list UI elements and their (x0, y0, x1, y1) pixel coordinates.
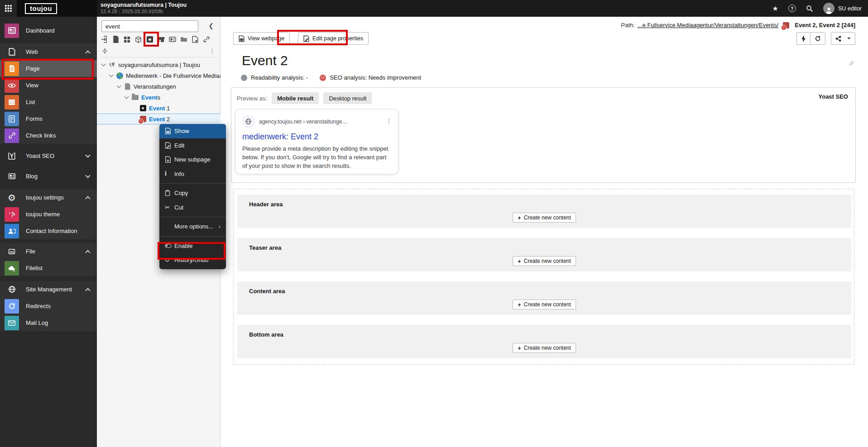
tree-node-events[interactable]: Events (97, 92, 221, 103)
bookmark-star-icon[interactable]: ★ (772, 5, 778, 13)
sidebar-item-filelist[interactable]: Filelist (0, 260, 97, 276)
node-label: Event 2 (149, 116, 170, 123)
sidebar-group-site-management: Site Management Redirects Mail Log (0, 281, 97, 331)
context-menu-item-enable[interactable]: Enable (159, 239, 226, 253)
chevron-down-icon (85, 152, 90, 157)
context-menu-item-history-undo[interactable]: ↺ History/Undo (159, 253, 226, 267)
tree-search-input[interactable] (101, 20, 198, 32)
tab-mobile-result[interactable]: Mobile result (272, 92, 319, 104)
info-icon: i (165, 170, 174, 177)
dropdown-caret-icon (847, 38, 851, 39)
sidebar-item-dashboard[interactable]: Dashboard (0, 22, 97, 39)
create-content-button[interactable]: +Create new content (513, 213, 576, 223)
reload-button[interactable] (810, 32, 825, 45)
sidebar-item-file[interactable]: File (0, 243, 97, 260)
seo-status: SEO analysis: Needs improvement (320, 74, 421, 81)
node-toggle-icon[interactable] (116, 83, 122, 90)
new-folder-icon[interactable] (180, 36, 187, 43)
globe-icon (5, 282, 19, 297)
brand-zone: toujou (17, 0, 97, 17)
sidebar-item-mail-log[interactable]: Mail Log (0, 314, 97, 331)
tree-node-event-2[interactable]: Event 2 (97, 114, 221, 124)
user-menu[interactable]: SU editor (823, 3, 862, 14)
snippet-description: Please provide a meta description by edi… (242, 145, 392, 171)
sidebar-item-contact-information[interactable]: Contact Information (0, 223, 97, 239)
context-menu-item-edit[interactable]: Edit (159, 138, 226, 153)
node-label: Event 1 (149, 105, 170, 112)
sidebar-item-list[interactable]: List (0, 94, 97, 110)
new-shop-icon[interactable] (157, 36, 165, 43)
record-title: Event 2, Event 2 [244] (795, 22, 855, 29)
context-menu-item-show[interactable]: Show (159, 124, 226, 138)
new-card-icon[interactable] (168, 36, 176, 43)
create-content-button[interactable]: +Create new content (513, 343, 576, 353)
toujou-logo[interactable]: toujou (25, 3, 57, 14)
chevron-down-icon (85, 173, 90, 178)
sidebar-item-web[interactable]: Web (0, 43, 97, 60)
context-menu-item-new-subpage[interactable]: New subpage (159, 152, 226, 167)
sidebar-item-check-links[interactable]: Check links (0, 127, 97, 144)
readability-status: Readability analysis: - (241, 74, 308, 81)
new-shortcut-icon[interactable] (123, 36, 131, 43)
tree-node-event-1[interactable]: ★ Event 1 (97, 103, 221, 114)
context-menu-item-more-options[interactable]: More options... › (159, 219, 226, 234)
snippet-title[interactable]: medienwerk: Event 2 (242, 132, 318, 142)
dashboard-icon (5, 24, 19, 38)
create-content-button[interactable]: +Create new content (513, 300, 576, 309)
sidebar-item-site-management[interactable]: Site Management (0, 281, 97, 298)
sidebar-item-toujou-settings[interactable]: ⚙ toujou settings (0, 189, 97, 206)
sidebar-item-redirects[interactable]: Redirects (0, 298, 97, 314)
toggle-expand-icon[interactable] (101, 48, 108, 54)
history-undo-icon: ↺ (165, 257, 174, 263)
context-menu-item-info[interactable]: i Info (159, 167, 226, 181)
node-toggle-icon[interactable] (101, 62, 107, 68)
sidebar-item-yoast-seo[interactable]: Yoast SEO (0, 147, 97, 164)
svg-text:★: ★ (148, 37, 152, 42)
sidebar-item-view[interactable]: View (0, 77, 97, 94)
context-menu-item-cut[interactable]: ✂ Cut (159, 200, 226, 215)
area-content: Content area +Create new content (237, 281, 851, 315)
tree-more-icon[interactable]: ⋮ (209, 48, 215, 54)
readability-dot-icon (241, 75, 247, 81)
share-button[interactable] (831, 32, 855, 45)
node-toggle-icon[interactable] (124, 94, 130, 100)
sidebar-item-forms[interactable]: Forms (0, 110, 97, 127)
chevron-up-icon (85, 250, 90, 255)
node-toggle-icon[interactable] (108, 72, 115, 79)
search-icon[interactable] (806, 5, 813, 12)
sidebar-item-blog[interactable]: Blog (0, 168, 97, 185)
copy-clipboard-icon (165, 190, 174, 196)
path-label: Path: (621, 22, 635, 29)
link-icon[interactable] (202, 36, 210, 43)
cut-scissors-icon: ✂ (165, 204, 174, 211)
tree-node-root[interactable]: soyagunsarufutsumura | Toujou (97, 59, 221, 70)
mountpoint-icon[interactable] (101, 36, 108, 43)
tree-node-medienwerk[interactable]: Medienwerk - Die Fullservice Mediaag (97, 70, 221, 81)
create-content-button[interactable]: +Create new content (513, 256, 576, 266)
sidebar-item-page[interactable]: Page (0, 60, 97, 77)
menu-divider (159, 236, 226, 237)
clear-cache-button[interactable] (796, 32, 810, 45)
app-launcher-icon[interactable] (0, 0, 17, 17)
sidebar-item-toujou-theme[interactable]: toujou theme (0, 206, 97, 223)
yoast-seo-panel: Preview as: Mobile result Desktop result… (231, 87, 856, 183)
tab-desktop-result[interactable]: Desktop result (323, 92, 372, 104)
content-area: Path: ...e Fullservice Mediaagentur/Vera… (221, 17, 868, 447)
area-header: Header area +Create new content (237, 195, 851, 228)
edit-page-properties-button[interactable]: Edit page properties (298, 32, 369, 45)
new-page-icon[interactable] (112, 36, 120, 43)
tree-node-veranstaltungen[interactable]: Veranstaltungen (97, 81, 221, 92)
fingerprint-icon (5, 207, 19, 222)
new-event-icon[interactable]: ★ (146, 36, 153, 43)
path-link[interactable]: ...e Fullservice Mediaagentur/Veranstalt… (638, 22, 778, 29)
new-storage-icon[interactable] (134, 36, 142, 43)
menu-divider (159, 217, 226, 217)
edit-title-pencil-icon[interactable]: ✎ (849, 60, 854, 68)
help-icon[interactable]: ? (788, 5, 796, 12)
context-menu-item-copy[interactable]: Copy (159, 186, 226, 200)
view-webpage-button[interactable]: View webpage (233, 32, 290, 45)
show-eye-icon (165, 128, 174, 134)
collapse-tree-icon[interactable]: ❮ (208, 22, 214, 29)
yoast-icon (5, 149, 19, 163)
new-record-icon[interactable] (191, 36, 199, 43)
